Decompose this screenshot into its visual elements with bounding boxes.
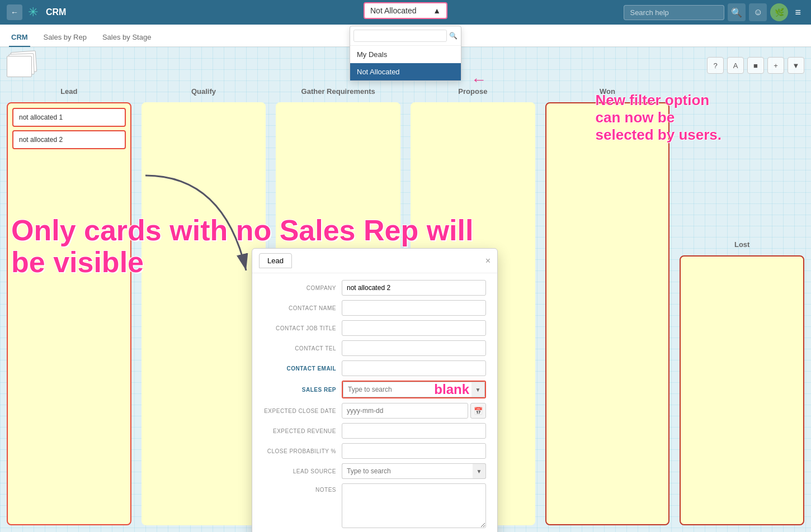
filter-option-not-allocated[interactable]: Not Allocated [350, 63, 461, 80]
contact-tel-label: CONTACT TEL [263, 345, 336, 352]
col-body-lost [680, 255, 804, 525]
document-stack [7, 51, 40, 79]
contact-email-input[interactable] [342, 360, 486, 376]
expected-close-label: EXPECTED CLOSE DATE [263, 408, 336, 414]
expected-revenue-input[interactable] [342, 423, 486, 439]
form-row-contact-tel: CONTACT TEL [263, 340, 486, 356]
blank-annotation: blank [434, 382, 469, 397]
header-search-box: 🔍 ☺ 🌿 ≡ [624, 3, 804, 21]
tab-sales-by-rep[interactable]: Sales by Rep [41, 28, 89, 47]
calendar-icon[interactable]: 📅 [470, 403, 486, 419]
text-button[interactable]: A [727, 57, 744, 74]
filter-dropdown-button[interactable]: Not Allocated ▲ [364, 2, 447, 19]
app-logo-icon: ✳ [28, 5, 38, 20]
company-input[interactable] [342, 280, 486, 296]
contact-job-label: CONTACT JOB TITLE [263, 325, 336, 331]
modal-tab-lead[interactable]: Lead [259, 253, 292, 268]
lead-source-label: LEAD SOURCE [263, 468, 336, 474]
form-row-company: COMPANY [263, 280, 486, 296]
col-header-gather: Gather Requirements [276, 84, 400, 99]
smiley-button[interactable]: ☺ [749, 3, 767, 21]
expected-revenue-label: EXPECTED REVENUE [263, 428, 336, 434]
form-row-close-prob: CLOSE PROBABILITY % [263, 443, 486, 459]
kanban-col-won: Won [545, 84, 670, 525]
lead-source-input[interactable] [342, 463, 473, 479]
kanban-area: ? A ■ + ▼ Lead not allocated 1 not alloc… [0, 47, 811, 532]
modal-dialog[interactable]: Lead × COMPANY CONTACT NAME CONTACT JOB … [252, 248, 498, 532]
form-row-notes: NOTES [263, 483, 486, 528]
form-row-lead-source: LEAD SOURCE ▼ [263, 463, 486, 479]
contact-job-input[interactable] [342, 320, 486, 336]
kanban-col-lead: Lead not allocated 1 not allocated 2 [7, 84, 131, 525]
date-field-wrapper: 📅 [342, 403, 486, 419]
kanban-card-not-allocated-2[interactable]: not allocated 2 [12, 130, 126, 149]
add-button[interactable]: + [767, 57, 784, 74]
filter-search-icon: 🔍 [449, 32, 458, 40]
avatar[interactable]: 🌿 [770, 3, 788, 21]
toolbar-right: ? A ■ + ▼ [707, 57, 804, 74]
search-help-input[interactable] [624, 5, 724, 20]
form-row-close-date: EXPECTED CLOSE DATE 📅 [263, 403, 486, 419]
filter-annotation-text: New filter optioncan now beselected by u… [596, 92, 722, 144]
col-body-qualify [142, 102, 266, 525]
filter-current-value: Not Allocated [370, 6, 417, 15]
lead-source-dropdown-arrow[interactable]: ▼ [473, 463, 486, 479]
tab-crm[interactable]: CRM [9, 28, 30, 47]
filter-dropdown-popup: 🔍 My Deals Not Allocated ← [350, 26, 461, 81]
close-prob-label: CLOSE PROBABILITY % [263, 448, 336, 454]
filter-option-my-deals[interactable]: My Deals [350, 46, 461, 63]
contact-name-label: CONTACT NAME [263, 305, 336, 311]
col-body-lead: not allocated 1 not allocated 2 [7, 102, 131, 525]
kanban-card-not-allocated-1[interactable]: not allocated 1 [12, 108, 126, 127]
back-icon: ← [11, 8, 18, 17]
notes-textarea[interactable] [342, 483, 486, 528]
contact-email-label: CONTACT EMAIL [263, 365, 336, 372]
hamburger-icon: ≡ [795, 7, 801, 18]
form-row-contact-email: CONTACT EMAIL [263, 360, 486, 376]
company-label: COMPANY [263, 285, 336, 291]
tab-sales-by-stage[interactable]: Sales by Stage [100, 28, 153, 47]
form-row-sales-rep: SALES REP ▼ blank [263, 381, 486, 398]
notes-label: NOTES [263, 483, 336, 493]
contact-name-input[interactable] [342, 300, 486, 316]
filter-search-row: 🔍 [350, 26, 461, 46]
app-header: ← ✳ CRM Not Allocated ▲ 🔍 My Deals Not A… [0, 0, 811, 25]
filter-dropdown-container: Not Allocated ▲ 🔍 My Deals Not Allocated… [364, 2, 447, 19]
form-row-contact-name: CONTACT NAME [263, 300, 486, 316]
modal-header: Lead × [252, 249, 497, 273]
smiley-icon: ☺ [753, 7, 762, 17]
modal-body: COMPANY CONTACT NAME CONTACT JOB TITLE C… [252, 273, 497, 532]
col-body-won [545, 102, 670, 525]
col-header-lead: Lead [7, 84, 131, 99]
lead-source-field-wrapper: ▼ [342, 463, 486, 479]
search-icon: 🔍 [731, 7, 742, 18]
search-button[interactable]: 🔍 [728, 3, 746, 21]
help-button[interactable]: ? [707, 57, 724, 74]
kanban-col-qualify: Qualify [142, 84, 266, 525]
modal-close-button[interactable]: × [485, 256, 491, 266]
sales-rep-dropdown-arrow[interactable]: ▼ [471, 382, 485, 397]
sales-rep-label: SALES REP [263, 387, 336, 393]
expected-close-input[interactable] [342, 403, 468, 419]
col-header-qualify: Qualify [142, 84, 266, 99]
avatar-image: 🌿 [775, 8, 784, 17]
close-prob-input[interactable] [342, 443, 486, 459]
shape-button[interactable]: ■ [747, 57, 764, 74]
form-row-revenue: EXPECTED REVENUE [263, 423, 486, 439]
col-header-propose: Propose [411, 84, 535, 99]
contact-tel-input[interactable] [342, 340, 486, 356]
filter-search-input[interactable] [353, 30, 447, 42]
kanban-col-lost: Lost [680, 84, 804, 525]
hamburger-menu-button[interactable]: ≡ [791, 4, 804, 21]
doc-page-3 [7, 56, 32, 77]
app-title: CRM [46, 7, 66, 17]
dropdown-arrow-icon: ▲ [433, 6, 441, 15]
form-row-contact-job: CONTACT JOB TITLE [263, 320, 486, 336]
filter-toggle-button[interactable]: ▼ [788, 57, 804, 74]
back-button[interactable]: ← [7, 4, 22, 20]
